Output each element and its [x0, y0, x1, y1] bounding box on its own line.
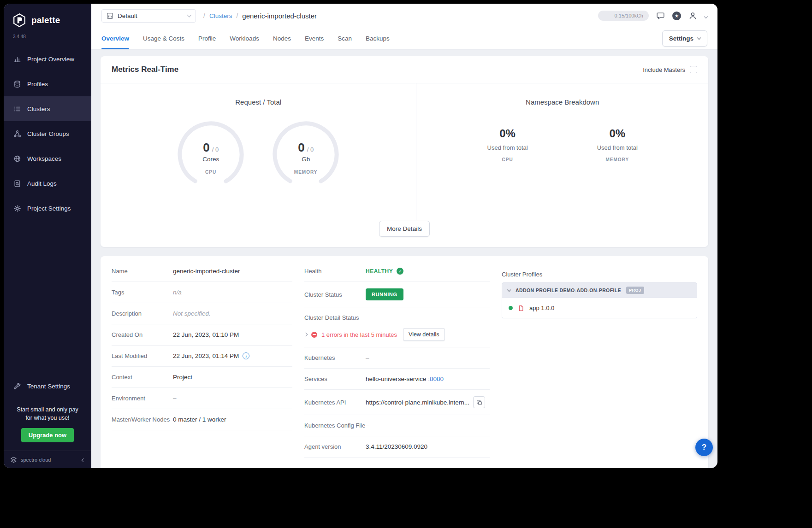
tab-usage-costs[interactable]: Usage & Costs	[143, 28, 184, 49]
brand: palette	[4, 4, 91, 29]
database-icon	[13, 80, 21, 88]
tab-nodes[interactable]: Nodes	[273, 28, 291, 49]
chevron-down-icon	[697, 36, 701, 40]
sidebar-item-project-settings[interactable]: Project Settings	[4, 196, 91, 221]
memory-gauge: 0 / 0 Gb MEMORY	[271, 120, 340, 189]
breadcrumb: / Clusters / generic-imported-cluster	[203, 12, 317, 20]
request-total-section: Request / Total 0 / 0	[101, 83, 416, 220]
sidebar-spacer	[4, 221, 91, 374]
tab-scan[interactable]: Scan	[338, 28, 352, 49]
detail-row-master-worker-nodes: Master/Worker Nodes 0 master / 1 worker	[112, 409, 292, 430]
project-selector[interactable]: Default	[101, 9, 196, 23]
gauges: 0 / 0 Cores CPU	[101, 120, 416, 189]
user-menu-chevron-icon[interactable]	[705, 12, 707, 20]
profile-group-header[interactable]: ADDON PROFILE DEMO-ADD-ON-PROFILE PROJ	[502, 282, 697, 298]
brand-name: palette	[31, 15, 60, 25]
tools-icon	[13, 382, 21, 391]
collapse-sidebar-icon[interactable]	[82, 457, 85, 463]
cluster-details-card: Name generic-imported-cluster Tags n/a D…	[101, 256, 708, 468]
copy-button[interactable]	[473, 396, 485, 408]
user-icon[interactable]	[688, 12, 697, 20]
sidebar-nav: Project Overview Profiles Clusters Clust…	[4, 47, 91, 221]
network-icon	[13, 129, 21, 138]
detail-row-context: Context Project	[112, 367, 292, 388]
chevron-down-icon	[187, 13, 192, 18]
metrics-card: Metrics Real-Time Include Masters Reques…	[101, 56, 708, 247]
page-content: Metrics Real-Time Include Masters Reques…	[91, 50, 717, 468]
info-icon[interactable]: i	[243, 352, 249, 359]
cpu-gauge: 0 / 0 Cores CPU	[176, 120, 245, 189]
namespace-breakdown-section: Namespace Breakdown 0% Used from total C…	[416, 83, 708, 220]
request-total-title: Request / Total	[101, 98, 416, 106]
promo-text: Start small and only pay for what you us…	[8, 405, 87, 423]
palette-logo-icon	[12, 13, 27, 28]
error-message: 1 errors in the last 5 minutes	[321, 331, 397, 338]
include-masters-control: Include Masters	[643, 66, 697, 73]
namespace-cpu-stat: 0% Used from total CPU	[487, 127, 528, 162]
health-status: HEALTHY	[366, 268, 393, 275]
cluster-detail-status-block: Cluster Detail Status 1 errors in the la…	[304, 307, 490, 347]
tab-profile[interactable]: Profile	[198, 28, 216, 49]
settings-button[interactable]: Settings	[662, 30, 707, 47]
main-area: Default / Clusters / generic-imported-cl…	[91, 4, 717, 468]
sidebar-footer: spectro cloud	[4, 451, 91, 468]
error-row: 1 errors in the last 5 minutes View deta…	[304, 328, 490, 341]
cluster-tabs: Overview Usage & Costs Profile Workloads…	[101, 28, 390, 49]
globe-icon	[13, 154, 21, 163]
topbar-actions: 0.15/100kCh ★	[598, 11, 707, 21]
tab-workloads[interactable]: Workloads	[230, 28, 259, 49]
tabs-bar: Overview Usage & Costs Profile Workloads…	[91, 28, 717, 50]
include-masters-checkbox[interactable]	[690, 66, 697, 73]
detail-row-created-on: Created On 22 Jun, 2023, 01:10 PM	[112, 324, 292, 346]
namespace-stats: 0% Used from total CPU 0% Used from tota…	[416, 127, 708, 162]
tab-events[interactable]: Events	[305, 28, 324, 49]
sidebar-item-audit-logs[interactable]: Audit Logs	[4, 171, 91, 196]
upgrade-button[interactable]: Upgrade now	[21, 428, 74, 442]
running-badge: RUNNING	[366, 288, 403, 300]
notifications-icon[interactable]: ★	[672, 12, 681, 20]
profile-app-label: app 1.0.0	[529, 305, 554, 311]
sidebar-item-project-overview[interactable]: Project Overview	[4, 47, 91, 71]
tab-overview[interactable]: Overview	[101, 28, 129, 49]
more-details-button[interactable]: More Details	[379, 221, 430, 237]
cluster-info-column: Name generic-imported-cluster Tags n/a D…	[112, 261, 292, 430]
chat-icon[interactable]	[656, 12, 665, 20]
breadcrumb-clusters-link[interactable]: Clusters	[209, 12, 232, 19]
pack-file-icon	[518, 305, 524, 311]
chevron-right-icon[interactable]	[304, 333, 308, 336]
sidebar-item-profiles[interactable]: Profiles	[4, 71, 91, 96]
help-button[interactable]: ?	[695, 439, 713, 456]
bar-chart-icon	[13, 55, 21, 63]
cluster-profiles-section: Cluster Profiles ADDON PROFILE DEMO-ADD-…	[502, 261, 697, 318]
detail-row-kubernetes-config-file: Kubernetes Config File –	[304, 415, 490, 436]
namespace-memory-stat: 0% Used from total MEMORY	[597, 127, 638, 162]
footer-brand: spectro cloud	[21, 457, 51, 463]
sidebar-item-cluster-groups[interactable]: Cluster Groups	[4, 121, 91, 146]
chevron-down-icon	[507, 287, 511, 291]
copy-icon	[476, 399, 482, 405]
project-chart-icon	[107, 12, 113, 19]
cluster-profiles-title: Cluster Profiles	[502, 271, 697, 278]
detail-row-agent-version: Agent version 3.4.11/20230609.0920	[304, 436, 490, 458]
metrics-card-header: Metrics Real-Time Include Masters	[101, 56, 708, 83]
profile-app-row[interactable]: app 1.0.0	[502, 298, 697, 318]
view-details-button[interactable]: View details	[403, 328, 445, 341]
cluster-profiles-panel: ADDON PROFILE DEMO-ADD-ON-PROFILE PROJ a…	[502, 282, 697, 318]
proj-badge: PROJ	[626, 287, 644, 294]
detail-row-environment: Environment –	[112, 388, 292, 409]
cluster-status-column: Health HEALTHY ✓ Cluster Status RUNNING …	[304, 261, 490, 458]
topbar: Default / Clusters / generic-imported-cl…	[91, 4, 717, 28]
list-icon	[13, 105, 21, 113]
page-title: generic-imported-cluster	[242, 12, 317, 20]
app-version: 3.4.48	[4, 34, 91, 39]
service-port-link[interactable]: :8080	[428, 375, 444, 382]
detail-row-services: Services hello-universe-service :8080	[304, 369, 490, 390]
metrics-title: Metrics Real-Time	[112, 65, 178, 74]
app-window: palette 3.4.48 Project Overview Profiles	[4, 4, 717, 468]
detail-row-cluster-status: Cluster Status RUNNING	[304, 282, 490, 307]
sidebar-item-workspaces[interactable]: Workspaces	[4, 146, 91, 171]
sidebar-item-clusters[interactable]: Clusters	[4, 96, 91, 121]
sidebar-item-tenant-settings[interactable]: Tenant Settings	[4, 374, 91, 399]
tab-backups[interactable]: Backups	[366, 28, 390, 49]
namespace-breakdown-title: Namespace Breakdown	[416, 98, 708, 106]
